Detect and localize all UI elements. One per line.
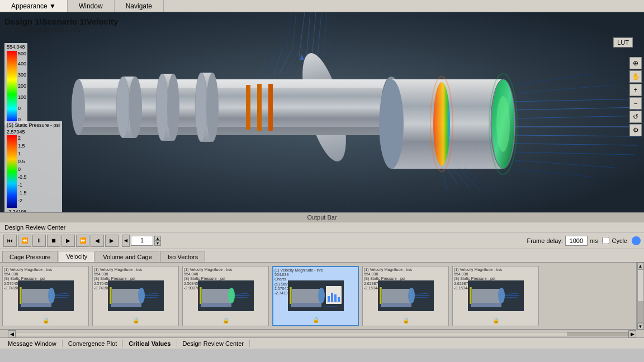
btn-prev-frame[interactable]: ◀ [91, 235, 104, 247]
svg-point-32 [379, 79, 404, 169]
vscroll-down[interactable]: ▼ [637, 323, 644, 330]
vscroll-thumb[interactable] [638, 270, 643, 301]
menu-appearance[interactable]: Appearance ▼ [0, 0, 68, 12]
tab-velocity[interactable]: Velocity [59, 251, 94, 262]
toolbar-zoom-in[interactable]: + [629, 84, 642, 96]
hscroll-right[interactable]: ▶ [628, 330, 636, 338]
svg-rect-98 [338, 297, 340, 302]
viewport-title-main: Design 1\Scenario 1\Velocity [4, 17, 118, 26]
frame-spinners[interactable]: ▲ ▼ [154, 236, 161, 246]
thumbnail-2[interactable]: (1) Velocity Magnitude - in/s554.048(S) … [182, 266, 269, 326]
svg-rect-29 [268, 84, 273, 131]
svg-point-16 [72, 79, 85, 135]
svg-rect-75 [111, 303, 141, 307]
thumbnail-5[interactable]: (1) Velocity Magnitude - in/s554.038(S) … [452, 266, 539, 326]
lock-icon-1: 🔒 [132, 317, 139, 323]
bottom-tab-critical[interactable]: Critical Values [123, 340, 177, 347]
legend-pressure-title: (S) Static Pressure - psi [7, 122, 60, 128]
thumbnail-area: (1) Velocity Magnitude - in/s554.038(S) … [0, 263, 644, 330]
legend-velocity-title: 554.048 [7, 44, 25, 50]
frame-up[interactable]: ▲ [154, 236, 161, 241]
hscroll-left[interactable]: ◀ [8, 330, 16, 338]
h-scrollbar: ◀ ▶ [0, 330, 644, 337]
bottom-tab-drc[interactable]: Design Review Center [177, 340, 250, 347]
legend-pressure: (S) Static Pressure - psi 2.57045 2 1.5 … [4, 121, 62, 212]
viewport-title: Design 1\Scenario 1\Velocity (1) Velocit… [4, 17, 118, 33]
visualization-area[interactable] [0, 12, 644, 212]
thumbnail-1[interactable]: (1) Velocity Magnitude - in/s554.038(S) … [92, 266, 179, 326]
legend-pressure-max: 2.57045 [7, 129, 60, 135]
legend-velocity: 554.048 500 400 300 200 100 0 0 [4, 43, 27, 125]
thumbnail-strip: (1) Velocity Magnitude - in/s554.038(S) … [0, 263, 636, 330]
drc-header: Design Review Center [0, 222, 644, 232]
lock-icon-5: 🔒 [493, 317, 499, 323]
tab-cage-pressure[interactable]: Cage Pressure [2, 251, 58, 262]
toolbar-hand[interactable]: ✋ [629, 70, 642, 83]
btn-next-frame[interactable]: ▶ [105, 235, 119, 247]
hscroll-track [16, 332, 628, 336]
svg-rect-28 [257, 84, 262, 131]
pressure-colorbar [7, 135, 17, 208]
vscroll-up[interactable]: ▲ [637, 263, 644, 269]
scroll-left[interactable]: ◀ [122, 235, 130, 247]
btn-fast-forward[interactable]: ⏩ [76, 235, 89, 247]
menu-bar: Appearance ▼ Window Navigate [0, 0, 644, 12]
btn-skip-back[interactable]: ⏮ [3, 235, 17, 247]
svg-point-20 [129, 77, 142, 138]
btn-stop[interactable]: ⏹ [47, 235, 60, 247]
svg-point-25 [195, 73, 207, 142]
btn-pause[interactable]: ⏸ [32, 235, 46, 247]
lock-icon-0: 🔒 [42, 317, 49, 323]
frame-counter: 1 [131, 236, 153, 246]
bottom-tab-message[interactable]: Message Window [2, 340, 63, 347]
lock-icon-2: 🔒 [222, 317, 229, 323]
btn-play[interactable]: ▶ [61, 235, 75, 247]
lut-button[interactable]: LUT [613, 37, 633, 47]
svg-rect-73 [111, 289, 141, 303]
svg-point-26 [206, 73, 219, 142]
playback-bar: ⏮ ⏪ ⏸ ⏹ ▶ ⏩ ◀ ▶ ◀ 1 ▲ ▼ Frame delay: ms … [0, 232, 644, 249]
svg-rect-103 [381, 303, 411, 307]
right-toolbar: ⊕ ✋ + − ↺ ⚙ [629, 57, 642, 136]
thumb-vscroll: ▲ ▼ [636, 263, 644, 330]
svg-rect-109 [471, 289, 501, 303]
menu-window[interactable]: Window [68, 0, 115, 12]
tab-bar: Cage Pressure Velocity Volume and Cage I… [0, 249, 644, 263]
cycle-indicator [632, 236, 641, 245]
svg-rect-67 [21, 303, 51, 307]
bottom-tabs: Message Window Convergence Plot Critical… [0, 337, 644, 349]
main-viewport: Design 1\Scenario 1\Velocity (1) Velocit… [0, 12, 644, 212]
svg-point-22 [156, 74, 168, 141]
svg-rect-83 [201, 303, 231, 307]
bottom-tab-convergence[interactable]: Convergence Plot [63, 340, 123, 347]
svg-rect-95 [328, 296, 330, 302]
svg-point-34 [433, 82, 450, 166]
toolbar-rotate[interactable]: ↺ [629, 111, 642, 123]
toolbar-settings[interactable]: ⚙ [629, 124, 642, 136]
frame-down[interactable]: ▼ [154, 241, 161, 246]
menu-navigate[interactable]: Navigate [115, 0, 164, 12]
frame-delay-input[interactable] [565, 236, 588, 246]
svg-rect-111 [471, 303, 501, 307]
vscroll-track [637, 269, 644, 323]
thumbnail-0[interactable]: (1) Velocity Magnitude - in/s554.038(S) … [2, 266, 89, 326]
btn-rewind[interactable]: ⏪ [18, 235, 31, 247]
viewport-subtitle: (1) Velocity Magnitude - in/s [4, 26, 118, 33]
svg-rect-65 [21, 289, 51, 303]
thumbnail-3[interactable]: (1) Velocity Magnitude - in/s554.038Char… [272, 266, 359, 326]
lock-icon-3: 🔒 [312, 317, 319, 323]
toolbar-cursor[interactable]: ⊕ [629, 57, 642, 69]
hscroll-thumb[interactable] [16, 332, 567, 336]
tab-volume-cage[interactable]: Volume and Cage [96, 251, 159, 262]
lock-icon-4: 🔒 [402, 317, 409, 323]
cycle-checkbox[interactable] [602, 237, 609, 244]
thumbnail-4[interactable]: (1) Velocity Magnitude - in/s554.038(S) … [362, 266, 449, 326]
frame-delay-area: Frame delay: ms Cycle [527, 236, 641, 246]
toolbar-zoom-out[interactable]: − [629, 97, 642, 109]
svg-rect-27 [246, 85, 250, 130]
svg-point-36 [496, 96, 510, 152]
svg-rect-91 [291, 303, 321, 307]
output-bar: Output Bar [0, 212, 644, 222]
tab-iso-vectors[interactable]: Iso Vectors [160, 251, 205, 262]
svg-rect-81 [201, 289, 231, 303]
